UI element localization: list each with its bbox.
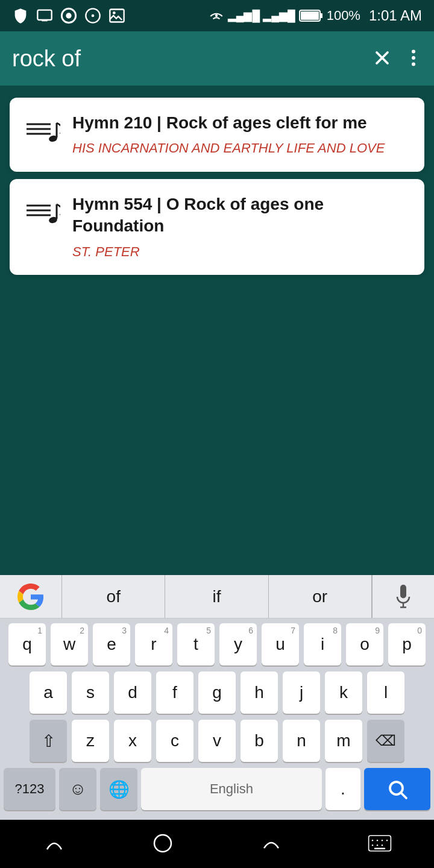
circle-icon: [60, 7, 77, 24]
period-key[interactable]: .: [326, 768, 360, 810]
close-icon: [371, 47, 393, 69]
key-row-1: q1 w2 e3 r4 t5 y6 u7 i8 o9 p0: [4, 623, 430, 665]
space-key[interactable]: English: [141, 768, 322, 810]
key-row-bottom: ?123 ☺ 🌐 English .: [4, 768, 430, 810]
key-h[interactable]: h: [241, 671, 278, 714]
emoji-key[interactable]: ☺: [59, 768, 96, 810]
screen-icon: [36, 7, 53, 24]
key-row-2: a s d f g h j k l: [4, 671, 430, 714]
bottom-nav: [0, 820, 434, 868]
svg-rect-11: [320, 13, 322, 18]
result-title-0: Hymn 210 | Rock of ages cleft for me: [72, 112, 410, 134]
numbers-key[interactable]: ?123: [4, 768, 55, 810]
key-o[interactable]: o9: [346, 623, 383, 665]
key-m[interactable]: m: [325, 720, 362, 762]
result-subtitle-1: ST. PETER: [72, 244, 410, 261]
result-text-0: Hymn 210 | Rock of ages cleft for me HIS…: [72, 112, 410, 157]
key-k[interactable]: k: [325, 671, 362, 714]
target-icon: [84, 7, 101, 24]
svg-rect-1: [42, 20, 47, 21]
back-button[interactable]: [42, 831, 66, 857]
key-q[interactable]: q1: [8, 623, 46, 665]
search-icon: [386, 778, 408, 800]
voice-button[interactable]: [372, 575, 434, 618]
results-area: Hymn 210 | Rock of ages cleft for me HIS…: [0, 86, 434, 287]
battery-percent: 100%: [327, 8, 360, 24]
key-s[interactable]: s: [72, 671, 109, 714]
key-u[interactable]: u7: [262, 623, 299, 665]
key-z[interactable]: z: [72, 720, 109, 762]
globe-key[interactable]: 🌐: [100, 768, 137, 810]
status-info-right: ▂▄▆█ ▂▄▆█ 100% 1:01 AM: [209, 7, 422, 24]
photo-icon: [108, 7, 125, 24]
key-p[interactable]: p0: [388, 623, 426, 665]
svg-point-3: [66, 13, 71, 18]
key-a[interactable]: a: [30, 671, 67, 714]
key-g[interactable]: g: [198, 671, 236, 714]
svg-point-30: [154, 835, 171, 852]
suggestion-of[interactable]: of: [62, 575, 165, 618]
key-f[interactable]: f: [156, 671, 193, 714]
svg-point-14: [412, 62, 415, 66]
svg-rect-0: [37, 10, 51, 20]
recents-icon: [259, 831, 283, 855]
time-display: 1:01 AM: [369, 7, 422, 24]
clear-search-button[interactable]: [371, 47, 393, 71]
suggestion-if[interactable]: if: [165, 575, 268, 618]
key-l[interactable]: l: [367, 671, 404, 714]
key-b[interactable]: b: [241, 720, 278, 762]
battery-icon: [299, 9, 323, 22]
result-card-0[interactable]: Hymn 210 | Rock of ages cleft for me HIS…: [10, 98, 424, 172]
more-icon: [405, 47, 422, 69]
home-button[interactable]: [151, 831, 175, 857]
key-w[interactable]: w2: [51, 623, 88, 665]
recents-button[interactable]: [259, 831, 283, 857]
google-icon: [17, 583, 44, 610]
key-j[interactable]: j: [283, 671, 320, 714]
svg-rect-25: [400, 585, 406, 599]
key-x[interactable]: x: [114, 720, 151, 762]
backspace-key[interactable]: ⌫: [367, 720, 404, 762]
hymn-icon-1: [24, 196, 60, 239]
keyboard: of if or q1 w2 e3 r4 t5 y6 u7 i8 o9 p0: [0, 575, 434, 820]
signal-bars: ▂▄▆█ ▂▄▆█: [228, 9, 295, 22]
status-bar: ▂▄▆█ ▂▄▆█ 100% 1:01 AM: [0, 0, 434, 31]
key-r[interactable]: r4: [135, 623, 172, 665]
key-rows: q1 w2 e3 r4 t5 y6 u7 i8 o9 p0 a s d f g …: [0, 618, 434, 820]
key-d[interactable]: d: [114, 671, 151, 714]
search-key[interactable]: [364, 768, 430, 810]
result-title-1: Hymn 554 | O Rock of ages one Foundation: [72, 193, 410, 237]
svg-point-5: [92, 14, 95, 17]
key-n[interactable]: n: [283, 720, 320, 762]
search-bar: [0, 31, 434, 86]
svg-point-12: [412, 49, 415, 53]
search-input[interactable]: [12, 46, 359, 72]
shield-icon: [12, 7, 29, 24]
result-subtitle-0: HIS INCARNATION AND EARTHLY LIFE AND LOV…: [72, 140, 410, 157]
hymn-icon-0: [24, 115, 60, 157]
suggestions-row: of if or: [0, 575, 434, 618]
key-t[interactable]: t5: [177, 623, 215, 665]
empty-space: [0, 287, 434, 438]
keyboard-toggle-button[interactable]: [368, 834, 392, 855]
voice-icon: [394, 585, 413, 609]
key-c[interactable]: c: [156, 720, 193, 762]
keyboard-icon: [368, 834, 392, 853]
svg-line-29: [401, 793, 406, 798]
more-options-button[interactable]: [405, 47, 422, 71]
result-text-1: Hymn 554 | O Rock of ages one Foundation…: [72, 193, 410, 260]
status-icons-left: [12, 7, 125, 24]
svg-point-13: [412, 56, 415, 60]
result-card-1[interactable]: Hymn 554 | O Rock of ages one Foundation…: [10, 179, 424, 275]
home-icon: [151, 831, 175, 855]
shift-key[interactable]: ⇧: [30, 720, 67, 762]
svg-rect-10: [301, 11, 319, 20]
key-y[interactable]: y6: [219, 623, 257, 665]
google-logo-button[interactable]: [0, 575, 62, 618]
key-e[interactable]: e3: [93, 623, 130, 665]
key-v[interactable]: v: [198, 720, 236, 762]
wifi-icon: [209, 8, 224, 24]
back-icon: [42, 831, 66, 855]
key-i[interactable]: i8: [304, 623, 341, 665]
suggestion-or[interactable]: or: [269, 575, 372, 618]
